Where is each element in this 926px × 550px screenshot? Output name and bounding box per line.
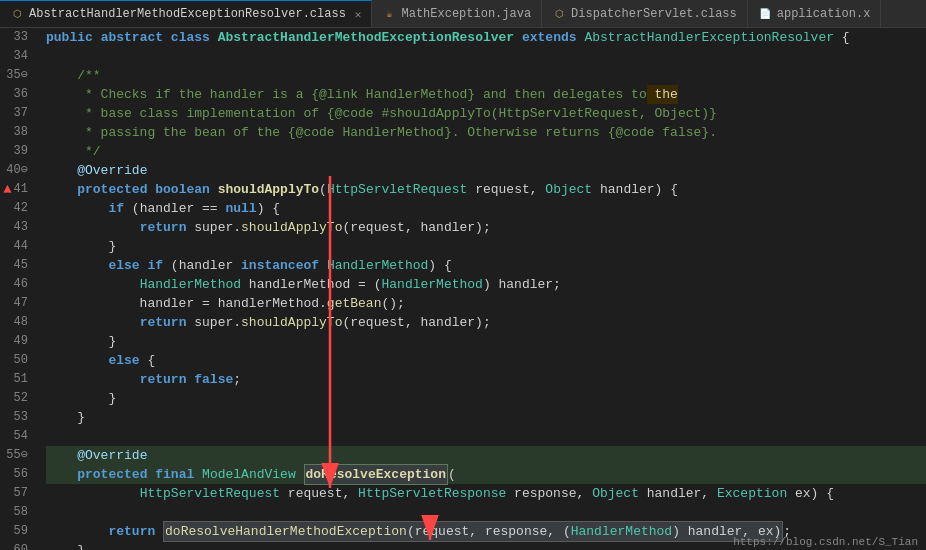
status-url: https://blog.csdn.net/S_Tian bbox=[733, 536, 918, 548]
ln-60: 60 bbox=[0, 541, 34, 550]
ln-43: 43 bbox=[0, 218, 34, 237]
code-line-47: handler = handlerMethod.getBean(); bbox=[46, 294, 926, 313]
code-line-33: public abstract class AbstractHandlerMet… bbox=[46, 28, 926, 47]
ln-37: 37 bbox=[0, 104, 34, 123]
ln-53: 53 bbox=[0, 408, 34, 427]
ln-58: 58 bbox=[0, 503, 34, 522]
code-line-41: protected boolean shouldApplyTo(HttpServ… bbox=[46, 180, 926, 199]
tab-icon-4: 📄 bbox=[758, 7, 772, 21]
code-line-54 bbox=[46, 427, 926, 446]
ln-55: 55⊖ bbox=[0, 446, 34, 465]
code-line-58 bbox=[46, 503, 926, 522]
code-line-57: HttpServletRequest request, HttpServletR… bbox=[46, 484, 926, 503]
line-numbers: 33 34 35⊖ 36 37 38 39 40⊖ ▲41 42 43 44 4… bbox=[0, 28, 42, 550]
code-line-44: } bbox=[46, 237, 926, 256]
code-line-42: if (handler == null) { bbox=[46, 199, 926, 218]
status-bar: https://blog.csdn.net/S_Tian bbox=[725, 534, 926, 550]
ln-54: 54 bbox=[0, 427, 34, 446]
tab-label-2: MathException.java bbox=[401, 7, 531, 21]
code-line-35: /** bbox=[46, 66, 926, 85]
ln-36: 36 bbox=[0, 85, 34, 104]
code-line-40: @Override bbox=[46, 161, 926, 180]
ln-48: 48 bbox=[0, 313, 34, 332]
ln-35: 35⊖ bbox=[0, 66, 34, 85]
code-line-34 bbox=[46, 47, 926, 66]
tab-dispatcher-servlet[interactable]: ⬡ DispatcherServlet.class bbox=[542, 0, 748, 28]
code-area: 33 34 35⊖ 36 37 38 39 40⊖ ▲41 42 43 44 4… bbox=[0, 28, 926, 550]
ln-56: 56 bbox=[0, 465, 34, 484]
ln-47: 47 bbox=[0, 294, 34, 313]
code-line-52: } bbox=[46, 389, 926, 408]
tab-math-exception[interactable]: ☕ MathException.java bbox=[372, 0, 542, 28]
code-line-39: */ bbox=[46, 142, 926, 161]
ln-45: 45 bbox=[0, 256, 34, 275]
code-line-36: * Checks if the handler is a {@link Hand… bbox=[46, 85, 926, 104]
close-icon-1[interactable]: ✕ bbox=[355, 8, 362, 21]
ln-40: 40⊖ bbox=[0, 161, 34, 180]
ln-49: 49 bbox=[0, 332, 34, 351]
tab-label-3: DispatcherServlet.class bbox=[571, 7, 737, 21]
tab-abstract-handler[interactable]: ⬡ AbstractHandlerMethodExceptionResolver… bbox=[0, 0, 372, 28]
ln-59: 59 bbox=[0, 522, 34, 541]
code-line-49: } bbox=[46, 332, 926, 351]
tab-bar: ⬡ AbstractHandlerMethodExceptionResolver… bbox=[0, 0, 926, 28]
ln-33: 33 bbox=[0, 28, 34, 47]
tab-icon-1: ⬡ bbox=[10, 7, 24, 21]
code-line-45: else if (handler instanceof HandlerMetho… bbox=[46, 256, 926, 275]
ln-46: 46 bbox=[0, 275, 34, 294]
code-line-53: } bbox=[46, 408, 926, 427]
ln-57: 57 bbox=[0, 484, 34, 503]
ln-44: 44 bbox=[0, 237, 34, 256]
code-line-37: * base class implementation of {@code #s… bbox=[46, 104, 926, 123]
tab-application[interactable]: 📄 application.x bbox=[748, 0, 882, 28]
code-line-50: else { bbox=[46, 351, 926, 370]
ln-51: 51 bbox=[0, 370, 34, 389]
code-line-43: return super.shouldApplyTo(request, hand… bbox=[46, 218, 926, 237]
ln-52: 52 bbox=[0, 389, 34, 408]
ln-34: 34 bbox=[0, 47, 34, 66]
code-line-48: return super.shouldApplyTo(request, hand… bbox=[46, 313, 926, 332]
ln-50: 50 bbox=[0, 351, 34, 370]
ln-42: 42 bbox=[0, 199, 34, 218]
ln-39: 39 bbox=[0, 142, 34, 161]
ln-38: 38 bbox=[0, 123, 34, 142]
tab-label-1: AbstractHandlerMethodExceptionResolver.c… bbox=[29, 7, 346, 21]
code-line-56: protected final ModelAndView doResolveEx… bbox=[46, 465, 926, 484]
code-content[interactable]: public abstract class AbstractHandlerMet… bbox=[42, 28, 926, 550]
code-line-46: HandlerMethod handlerMethod = (HandlerMe… bbox=[46, 275, 926, 294]
tab-icon-2: ☕ bbox=[382, 7, 396, 21]
tab-label-4: application.x bbox=[777, 7, 871, 21]
ln-41: ▲41 bbox=[0, 180, 34, 199]
tab-icon-3: ⬡ bbox=[552, 7, 566, 21]
code-line-38: * passing the bean of the {@code Handler… bbox=[46, 123, 926, 142]
code-line-51: return false; bbox=[46, 370, 926, 389]
code-line-55: @Override bbox=[46, 446, 926, 465]
